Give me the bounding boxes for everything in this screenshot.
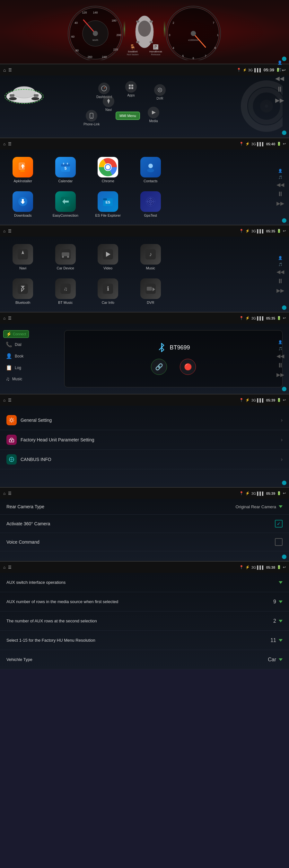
menu-media[interactable]: Media [148, 107, 159, 123]
prev-btn-3[interactable]: ◀◀ [277, 269, 284, 275]
menu-apps[interactable]: Apps [125, 81, 137, 97]
next-btn-4[interactable]: ▶▶ [277, 372, 284, 378]
speedometer-gauge: 140 180 200 220 240 260 80 60 40 120 km/… [66, 4, 125, 60]
carinfo-icon: ℹ [98, 278, 118, 299]
app-carinfo[interactable]: ℹ Car Info [88, 276, 128, 307]
app-esfile[interactable]: ES ES File Explorer [88, 189, 128, 220]
prev-btn-2[interactable]: ◀◀ [277, 182, 284, 188]
home-icon-2[interactable]: ⌂ [3, 142, 5, 146]
app-music[interactable]: ♪ Music [131, 242, 171, 273]
svg-text:3: 3 [169, 33, 170, 37]
rear-camera-label: Rear Camera Type [6, 504, 44, 509]
status-bar-7: ⌂ ☰ 📍 ⚡ 3G ▌▌▌ 05:38 🔋 ↩ [0, 562, 289, 573]
aux-rows-second-dropdown[interactable] [279, 620, 283, 622]
bt-disconnect-btn[interactable]: 🔴 [180, 359, 196, 375]
pause-btn-3[interactable]: ⏸ [277, 277, 284, 285]
chevron-general: › [281, 417, 283, 423]
svg-rect-52 [129, 87, 131, 89]
aux-switch-dropdown[interactable] [279, 581, 283, 584]
vehicle-type-dropdown[interactable] [279, 658, 283, 661]
menu-phonelink[interactable]: Phone-Link [83, 110, 100, 126]
aux-rows-first-dropdown[interactable] [279, 600, 283, 603]
settings-canbus[interactable]: CANBUS INFO › [0, 450, 289, 469]
back-6[interactable]: ↩ [283, 491, 286, 495]
pause-btn-1[interactable]: ⏸ [276, 85, 283, 94]
bt-4: ⚡ [245, 316, 250, 320]
app-contacts[interactable]: Contacts [131, 154, 171, 186]
app-cardevice[interactable]: Car Device [46, 242, 85, 273]
back-5[interactable]: ↩ [283, 398, 286, 402]
signal-icon: 3G [248, 68, 253, 72]
back-4[interactable]: ↩ [283, 316, 286, 320]
scroll-dot-5 [282, 387, 286, 391]
time-2: 05:40 [266, 142, 275, 146]
menu-3[interactable]: ☰ [8, 229, 11, 234]
next-btn-2[interactable]: ▶▶ [277, 200, 284, 207]
app-gpstest[interactable]: GpsTest [131, 189, 171, 220]
home-7[interactable]: ⌂ [3, 565, 5, 570]
svg-text:260: 260 [87, 55, 92, 59]
easyconnection-icon [55, 191, 76, 212]
app-calendar[interactable]: 5 Calendar [46, 154, 85, 186]
chrome-icon [98, 157, 118, 178]
app-dvr2[interactable]: DVR [131, 276, 171, 307]
bt-log[interactable]: 📋 Log [3, 363, 55, 373]
activate-360-checkbox[interactable]: ✓ [275, 520, 283, 528]
connect-badge[interactable]: ⚡ Connect [3, 330, 29, 338]
svg-rect-51 [131, 85, 133, 87]
bt-dial[interactable]: 📞 Dial [3, 340, 55, 349]
app-btmusic[interactable]: ♫ BT Music [46, 276, 85, 307]
sig-7: 3G ▌▌▌ [251, 565, 264, 569]
back-3[interactable]: ↩ [283, 229, 286, 233]
pause-btn-4[interactable]: ⏸ [277, 362, 284, 369]
app-chrome[interactable]: Chrome [88, 154, 128, 186]
bt-book[interactable]: 👤 Book [3, 351, 55, 361]
bt-music-menu[interactable]: ♫ Music [3, 374, 55, 384]
menu-6[interactable]: ☰ [8, 491, 11, 496]
settings-factory[interactable]: Factory Head Unit Parameter Setting › [0, 430, 289, 450]
svg-text:60: 60 [71, 35, 74, 38]
app-navi[interactable]: Navi [3, 242, 43, 273]
home-6[interactable]: ⌂ [3, 491, 5, 496]
menu-navi[interactable]: Navi [103, 95, 114, 112]
voice-command-checkbox[interactable] [275, 538, 283, 546]
app-bluetooth[interactable]: Bluetooth [3, 276, 43, 307]
next-btn-3[interactable]: ▶▶ [277, 287, 284, 293]
scroll-dot-4 [282, 305, 286, 310]
time-display-1: 05:39 [264, 67, 274, 72]
home-3[interactable]: ⌂ [3, 229, 5, 234]
prev-btn-4[interactable]: ◀◀ [277, 353, 284, 359]
back-2[interactable]: ↩ [283, 142, 286, 146]
bt-left-menu: ⚡ Connect 📞 Dial 👤 Book 📋 Log ♫ Music [0, 324, 58, 394]
menu-icon-2[interactable]: ☰ [8, 142, 11, 146]
svg-text:140: 140 [93, 11, 98, 14]
menu-5[interactable]: ☰ [8, 398, 11, 403]
home-4[interactable]: ⌂ [3, 316, 5, 320]
app-easyconnection[interactable]: EasyConnection [46, 189, 85, 220]
select-resolution-dropdown[interactable] [279, 639, 283, 642]
app-apkinstaller[interactable]: ApkInstaller [3, 154, 43, 186]
app-downloads[interactable]: Downloads [3, 189, 43, 220]
app-video[interactable]: Video [88, 242, 128, 273]
rear-camera-dropdown[interactable] [279, 505, 283, 508]
home-5[interactable]: ⌂ [3, 398, 5, 403]
menu-mmi[interactable]: MMI Menu [116, 112, 140, 120]
bt-device-name: BT9699 [157, 343, 190, 352]
pause-btn-2[interactable]: ⏸ [277, 190, 284, 198]
home-icon[interactable]: ⌂ [3, 67, 6, 73]
next-btn-1[interactable]: ▶▶ [275, 97, 284, 104]
svg-rect-18 [136, 21, 139, 23]
menu-icon[interactable]: ☰ [8, 68, 12, 72]
bt-3: ⚡ [245, 229, 250, 233]
prev-btn-1[interactable]: ◀◀ [275, 75, 284, 82]
status-bar-6: ⌂ ☰ 📍 ⚡ 3G ▌▌▌ 05:39 🔋 ↩ [0, 488, 289, 499]
menu-dvr[interactable]: DVR [154, 84, 166, 100]
settings-general-left: General Setting [6, 415, 52, 425]
menu-4[interactable]: ☰ [8, 316, 11, 320]
svg-text:40: 40 [74, 21, 78, 25]
menu-7[interactable]: ☰ [8, 565, 11, 570]
bt-link-btn[interactable]: 🔗 [151, 359, 167, 375]
settings-general[interactable]: General Setting › [0, 410, 289, 430]
back-7[interactable]: ↩ [283, 565, 286, 569]
music-controls-1: 👤 🎵 ◀◀ ⏸ ▶▶ [275, 60, 284, 104]
